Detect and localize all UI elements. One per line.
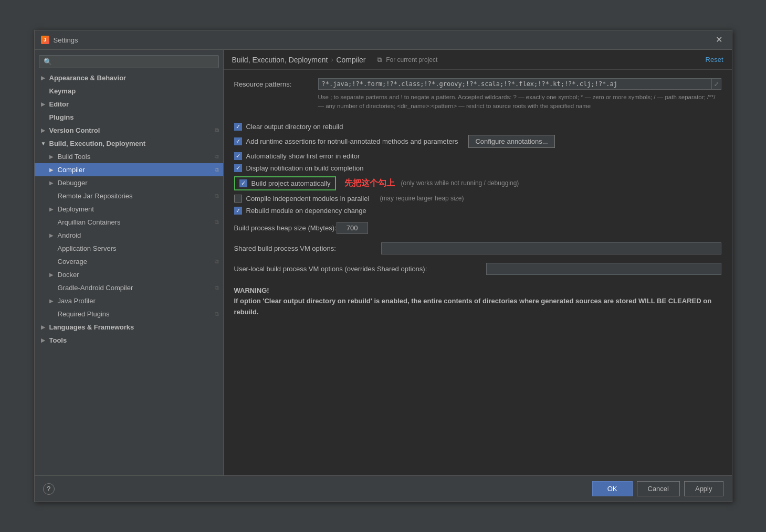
copy-icon: ⧉ (215, 153, 219, 160)
sidebar-label: Required Plugins (58, 310, 110, 318)
checkbox-label-auto-show-error: Automatically show first error in editor (246, 152, 360, 160)
shared-vm-label: Shared build process VM options: (234, 242, 381, 252)
checkbox-compile-parallel[interactable] (234, 195, 242, 203)
resource-patterns-wrapper: ⤢ Use ; to separate patterns and ! to ne… (318, 78, 721, 111)
checkbox-row-compile-parallel: Compile independent modules in parallel … (234, 193, 721, 205)
sidebar-item-keymap[interactable]: Keymap (35, 84, 223, 98)
triangle-icon: ▶ (49, 167, 56, 173)
sidebar-item-plugins[interactable]: Plugins (35, 111, 223, 124)
sidebar: ▶ Appearance & Behavior Keymap ▶ Editor … (35, 50, 224, 475)
sidebar-item-appearance[interactable]: ▶ Appearance & Behavior (35, 71, 223, 84)
resource-input-row: ⤢ (318, 78, 721, 90)
resource-patterns-row: Resource patterns: ⤢ Use ; to separate p… (234, 78, 721, 111)
shared-vm-input[interactable] (381, 242, 721, 254)
checkbox-row-add-runtime: ✓ Add runtime assertions for notnull-ann… (234, 133, 721, 150)
triangle-icon: ▶ (49, 206, 56, 212)
content-area: Build, Execution, Deployment › Compiler … (224, 50, 732, 475)
triangle-icon: ▶ (49, 232, 56, 238)
sidebar-label: Gradle-Android Compiler (58, 284, 133, 292)
checkbox-row-auto-show-error: ✓ Automatically show first error in edit… (234, 150, 721, 162)
sidebar-item-required-plugins[interactable]: Required Plugins ⧉ (35, 307, 223, 321)
checkbox-rebuild-dependency[interactable]: ✓ (234, 207, 242, 215)
checkbox-label-build-auto: Build project automatically (251, 179, 331, 187)
sidebar-item-debugger[interactable]: ▶ Debugger (35, 176, 223, 189)
user-vm-input[interactable] (486, 263, 721, 275)
search-input[interactable] (39, 55, 219, 68)
triangle-icon: ▶ (41, 75, 47, 81)
sidebar-label: Application Servers (58, 244, 117, 252)
sidebar-label: Compiler (58, 166, 85, 174)
sidebar-label: Languages & Frameworks (49, 323, 134, 331)
checkbox-row-rebuild-dependency: ✓ Rebuild module on dependency change (234, 205, 721, 217)
checkbox-label-compile-parallel: Compile independent modules in parallel (246, 195, 370, 203)
triangle-icon (49, 246, 56, 251)
copy-icon: ⧉ (215, 193, 219, 199)
copy-icon: ⧉ (215, 284, 219, 291)
configure-annotations-button[interactable]: Configure annotations... (468, 135, 554, 148)
sidebar-item-android[interactable]: ▶ Android (35, 229, 223, 242)
checkbox-add-runtime[interactable]: ✓ (234, 137, 242, 145)
sidebar-item-languages[interactable]: ▶ Languages & Frameworks (35, 321, 223, 334)
checkbox-build-auto[interactable]: ✓ (239, 179, 247, 187)
sidebar-item-remote-jar[interactable]: Remote Jar Repositories ⧉ (35, 189, 223, 203)
build-auto-highlighted: ✓ Build project automatically (234, 176, 336, 190)
breadcrumb: Build, Execution, Deployment › Compiler … (232, 55, 438, 64)
close-button[interactable]: ✕ (712, 35, 726, 45)
sidebar-label: Coverage (58, 258, 87, 265)
apply-button[interactable]: Apply (684, 481, 723, 496)
sidebar-item-build-tools[interactable]: ▶ Build Tools ⧉ (35, 150, 223, 163)
reset-link[interactable]: Reset (706, 56, 723, 63)
sidebar-item-deployment[interactable]: ▶ Deployment (35, 203, 223, 216)
build-auto-note: (only works while not running / debuggin… (401, 179, 519, 187)
checkbox-label-clear-output: Clear output directory on rebuild (246, 123, 343, 131)
bottom-buttons: OK Cancel Apply (592, 481, 723, 496)
sidebar-item-build-execution[interactable]: ▼ Build, Execution, Deployment (35, 137, 223, 150)
for-project-link[interactable]: For current project (386, 56, 437, 63)
expand-icon[interactable]: ⤢ (712, 78, 721, 90)
resource-patterns-help: Use ; to separate patterns and ! to nega… (318, 93, 721, 111)
checkbox-label-display-notification: Display notification on build completion (246, 164, 364, 172)
heap-size-input[interactable] (337, 222, 368, 234)
resource-patterns-input[interactable] (318, 78, 712, 90)
sidebar-label: Keymap (49, 87, 76, 95)
triangle-icon: ▶ (41, 127, 47, 133)
sidebar-item-editor[interactable]: ▶ Editor (35, 98, 223, 111)
sidebar-item-docker[interactable]: ▶ Docker (35, 268, 223, 281)
dialog-title: Settings (54, 36, 78, 44)
sidebar-label: Docker (58, 271, 79, 279)
help-button[interactable]: ? (43, 483, 55, 495)
sidebar-label: Plugins (49, 113, 74, 121)
breadcrumb-parent: Build, Execution, Deployment (232, 56, 328, 64)
resource-patterns-label: Resource patterns: (234, 78, 318, 88)
sidebar-item-app-servers[interactable]: Application Servers (35, 242, 223, 255)
sidebar-item-version-control[interactable]: ▶ Version Control ⧉ (35, 124, 223, 137)
checkbox-display-notification[interactable]: ✓ (234, 164, 242, 172)
copy-icon: ⧉ (215, 219, 219, 226)
breadcrumb-separator: › (331, 56, 333, 63)
copy-icon: ⧉ (215, 258, 219, 265)
checkbox-label-add-runtime: Add runtime assertions for notnull-annot… (246, 137, 458, 145)
sidebar-item-coverage[interactable]: Coverage ⧉ (35, 255, 223, 268)
ok-button[interactable]: OK (592, 481, 633, 496)
checkbox-clear-output[interactable]: ✓ (234, 123, 242, 131)
triangle-icon (49, 311, 56, 317)
sidebar-label: Arquillian Containers (58, 218, 121, 226)
copy-icon: ⧉ (215, 311, 219, 317)
sidebar-item-gradle-android[interactable]: Gradle-Android Compiler ⧉ (35, 281, 223, 294)
sidebar-item-tools[interactable]: ▶ Tools (35, 334, 223, 347)
sidebar-label: Android (58, 231, 81, 239)
triangle-icon: ▶ (41, 101, 47, 107)
sidebar-item-compiler[interactable]: ▶ Compiler ⧉ (35, 163, 223, 176)
breadcrumb-bar: Build, Execution, Deployment › Compiler … (224, 50, 732, 70)
main-layout: ▶ Appearance & Behavior Keymap ▶ Editor … (35, 50, 732, 475)
triangle-icon: ▶ (49, 272, 56, 278)
for-project-wrapper: ⧉ For current project (377, 55, 437, 64)
checkbox-auto-show-error[interactable]: ✓ (234, 152, 242, 160)
cancel-button[interactable]: Cancel (637, 481, 680, 496)
sidebar-item-arquillian[interactable]: Arquillian Containers ⧉ (35, 216, 223, 229)
triangle-icon: ▶ (49, 154, 56, 159)
sidebar-item-java-profiler[interactable]: ▶ Java Profiler (35, 294, 223, 307)
sidebar-label: Version Control (49, 126, 100, 134)
sidebar-label: Java Profiler (58, 297, 96, 305)
triangle-icon: ▶ (41, 337, 47, 343)
